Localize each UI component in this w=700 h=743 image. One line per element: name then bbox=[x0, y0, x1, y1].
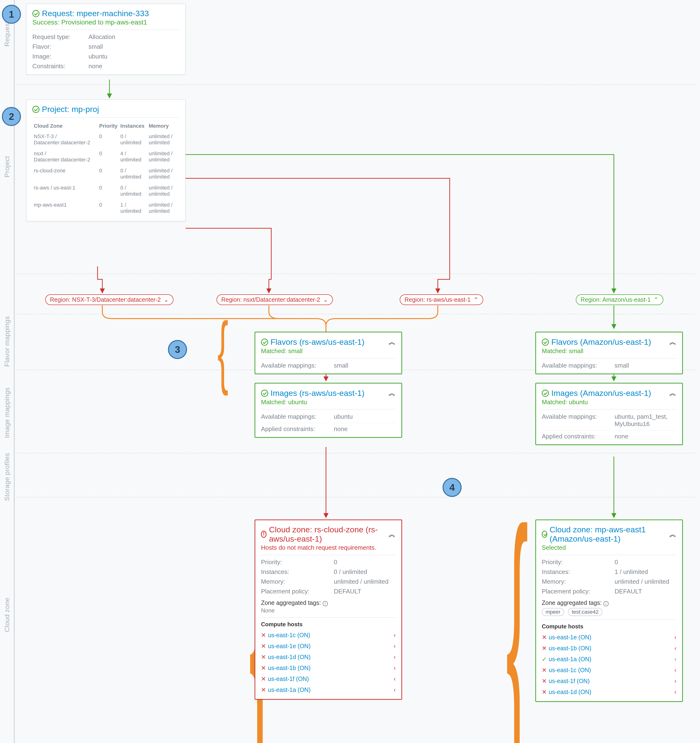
table-row: NSX-T-3 / Datacenter:datacenter-200 / un… bbox=[33, 131, 179, 148]
tag-pill[interactable]: mpeer bbox=[542, 608, 564, 616]
card-subtitle: Hosts do not match request requirements. bbox=[261, 544, 396, 551]
host-row[interactable]: ✕us-east-1e (ON)‹ bbox=[542, 632, 676, 643]
table-row: rs-cloud-zone00 / unlimitedunlimited / u… bbox=[33, 165, 179, 182]
row-divider bbox=[16, 453, 695, 453]
chevron-left-icon[interactable]: ‹ bbox=[675, 645, 676, 652]
check-icon: ✓ bbox=[542, 656, 547, 662]
chevron-up-icon: ⌃ bbox=[654, 296, 658, 303]
table-row: nsxt / Datacenter:datacenter-204 / unlim… bbox=[33, 148, 179, 165]
host-row[interactable]: ✕us-east-1e (ON)‹ bbox=[261, 641, 396, 651]
success-icon bbox=[261, 339, 268, 346]
tags-none: None bbox=[261, 607, 396, 614]
table-row: rs-aws / us-east-100 / unlimitedunlimite… bbox=[33, 182, 179, 200]
card-title: Cloud zone: mp-aws-east1 (Amazon/us-east… bbox=[550, 525, 667, 543]
flavor-card-fail-lane[interactable]: Flavors (rs-aws/us-east-1)︽ Matched: sma… bbox=[255, 332, 402, 374]
region-pill[interactable]: Region: nsxt/Datacenter:datacenter-2⌄ bbox=[217, 295, 333, 305]
host-row[interactable]: ✕us-east-1b (ON)‹ bbox=[261, 662, 396, 673]
request-title: Request: mpeer-machine-333 bbox=[33, 9, 179, 18]
card-subtitle: Matched: ubuntu bbox=[542, 398, 676, 406]
chevron-up-icon[interactable]: ︽ bbox=[669, 530, 676, 539]
card-title: Images (Amazon/us-east-1) bbox=[551, 388, 651, 398]
row-label-flavor: Flavor mappings bbox=[3, 315, 11, 368]
error-icon bbox=[261, 531, 267, 538]
project-table: Cloud ZonePriorityInstancesMemory NSX-T-… bbox=[33, 121, 179, 217]
success-icon bbox=[261, 390, 268, 397]
hosts-list: ✕us-east-1c (ON)‹ ✕us-east-1e (ON)‹ ✕us-… bbox=[261, 630, 396, 695]
chevron-down-icon: ⌄ bbox=[164, 296, 169, 303]
chevron-up-icon[interactable]: ︽ bbox=[389, 388, 396, 398]
image-card-fail-lane[interactable]: Images (rs-aws/us-east-1)︽ Matched: ubun… bbox=[255, 383, 402, 438]
host-row[interactable]: ✕us-east-1c (ON)‹ bbox=[542, 665, 676, 675]
region-pill[interactable]: Region: NSX-T-3/Datacenter:datacenter-2⌄ bbox=[45, 295, 174, 305]
host-row[interactable]: ✕us-east-1b (ON)‹ bbox=[542, 643, 676, 654]
request-title-text: Request: mpeer-machine-333 bbox=[42, 9, 149, 18]
chevron-left-icon[interactable]: ‹ bbox=[394, 687, 396, 693]
chevron-left-icon[interactable]: ‹ bbox=[675, 656, 676, 663]
tag-pill[interactable]: test:case42 bbox=[568, 608, 602, 616]
chevron-down-icon: ⌄ bbox=[323, 296, 328, 303]
request-card[interactable]: Request: mpeer-machine-333 Success: Prov… bbox=[26, 4, 185, 75]
chevron-left-icon[interactable]: ‹ bbox=[675, 634, 676, 641]
callout-4: 4 bbox=[443, 478, 461, 497]
chevron-left-icon[interactable]: ‹ bbox=[675, 688, 676, 696]
card-subtitle: Matched: ubuntu bbox=[261, 398, 396, 406]
host-row[interactable]: ✕us-east-1f (ON)‹ bbox=[261, 673, 396, 684]
chevron-up-icon[interactable]: ︽ bbox=[389, 337, 396, 347]
x-icon: ✕ bbox=[261, 643, 266, 649]
hosts-heading: Compute hosts bbox=[261, 621, 396, 628]
success-icon bbox=[542, 390, 549, 397]
x-icon: ✕ bbox=[542, 645, 547, 651]
x-icon: ✕ bbox=[261, 687, 266, 693]
image-card-ok-lane[interactable]: Images (Amazon/us-east-1)︽ Matched: ubun… bbox=[535, 383, 683, 445]
info-icon[interactable]: i bbox=[323, 601, 328, 606]
card-subtitle: Matched: small bbox=[261, 347, 396, 355]
hosts-list: ✕us-east-1e (ON)‹ ✕us-east-1b (ON)‹ ✓us-… bbox=[542, 632, 676, 697]
host-row[interactable]: ✕us-east-1c (ON)‹ bbox=[261, 630, 396, 641]
host-row[interactable]: ✕us-east-1f (ON)‹ bbox=[542, 675, 676, 687]
chevron-left-icon[interactable]: ‹ bbox=[675, 678, 676, 685]
success-icon bbox=[542, 531, 547, 538]
cloudzone-card-fail[interactable]: Cloud zone: rs-cloud-zone (rs-aws/us-eas… bbox=[255, 520, 402, 700]
region-pill[interactable]: Region: rs-aws/us-east-1⌃ bbox=[400, 295, 483, 305]
tags-list: mpeer test:case42 bbox=[542, 608, 676, 616]
x-icon: ✕ bbox=[261, 665, 266, 671]
row-label-image: Image mappings bbox=[3, 386, 11, 439]
card-title: Cloud zone: rs-cloud-zone (rs-aws/us-eas… bbox=[269, 525, 386, 543]
project-title-text: Project: mp-proj bbox=[42, 105, 99, 114]
info-icon[interactable]: i bbox=[604, 601, 609, 606]
project-title: Project: mp-proj bbox=[33, 105, 179, 114]
chevron-up-icon: ⌃ bbox=[473, 296, 479, 303]
x-icon: ✕ bbox=[542, 667, 547, 673]
row-divider bbox=[16, 274, 695, 274]
card-title: Flavors (rs-aws/us-east-1) bbox=[270, 337, 365, 347]
brace-icon: { bbox=[218, 310, 228, 391]
row-label-request: Request bbox=[3, 33, 11, 47]
vertical-brace-icon: { bbox=[506, 485, 528, 743]
host-row[interactable]: ✓us-east-1a (ON)‹ bbox=[542, 654, 676, 665]
project-card[interactable]: Project: mp-proj Cloud ZonePriorityInsta… bbox=[26, 99, 185, 221]
chevron-left-icon[interactable]: ‹ bbox=[394, 665, 396, 672]
chevron-up-icon[interactable]: ︽ bbox=[389, 530, 396, 539]
card-title: Flavors (Amazon/us-east-1) bbox=[551, 337, 651, 347]
chevron-left-icon[interactable]: ‹ bbox=[394, 643, 396, 650]
chevron-up-icon[interactable]: ︽ bbox=[669, 388, 676, 398]
card-subtitle: Selected bbox=[542, 544, 676, 551]
card-subtitle: Matched: small bbox=[542, 347, 676, 355]
host-row[interactable]: ✕us-east-1a (ON)‹ bbox=[261, 684, 396, 695]
host-row[interactable]: ✕us-east-1d (ON)‹ bbox=[261, 651, 396, 662]
host-row[interactable]: ✕us-east-1d (ON)‹ bbox=[542, 687, 676, 697]
cloudzone-card-ok[interactable]: Cloud zone: mp-aws-east1 (Amazon/us-east… bbox=[535, 520, 683, 702]
x-icon: ✕ bbox=[261, 654, 266, 660]
chevron-left-icon[interactable]: ‹ bbox=[394, 675, 396, 682]
chevron-left-icon[interactable]: ‹ bbox=[675, 667, 676, 673]
flavor-card-ok-lane[interactable]: Flavors (Amazon/us-east-1)︽ Matched: sma… bbox=[535, 332, 683, 374]
row-divider bbox=[16, 314, 695, 314]
chevron-left-icon[interactable]: ‹ bbox=[394, 654, 396, 660]
region-pill[interactable]: Region: Amazon/us-east-1⌃ bbox=[576, 295, 663, 305]
callout-1: 1 bbox=[2, 5, 21, 24]
x-icon: ✕ bbox=[542, 678, 547, 684]
success-icon bbox=[33, 10, 40, 17]
chevron-left-icon[interactable]: ‹ bbox=[394, 632, 396, 639]
row-label-project: Project bbox=[3, 163, 11, 178]
chevron-up-icon[interactable]: ︽ bbox=[669, 337, 676, 347]
